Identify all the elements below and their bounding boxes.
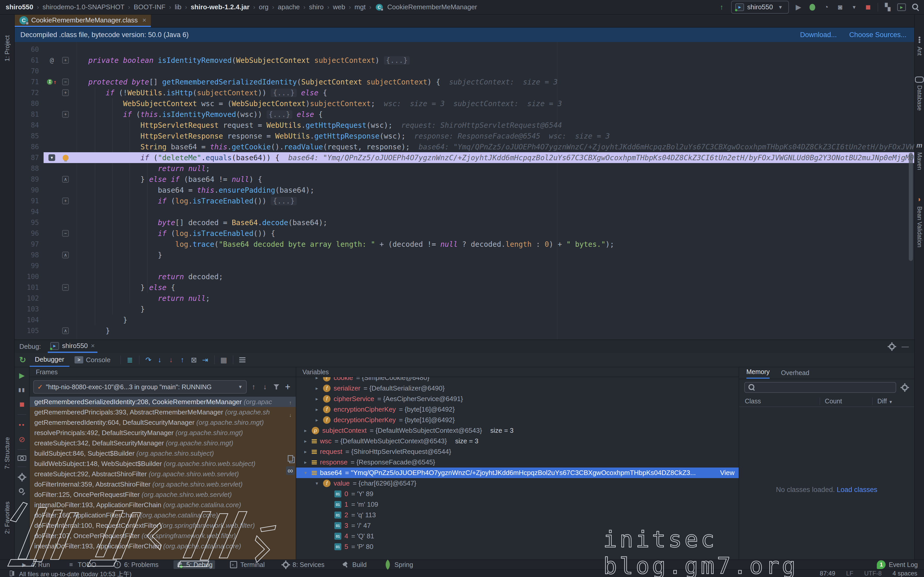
tab-overhead[interactable]: Overhead: [781, 369, 809, 379]
step-out-icon[interactable]: [178, 356, 187, 364]
resume-icon[interactable]: [18, 371, 26, 380]
drop-frame-icon[interactable]: [189, 356, 198, 364]
line-number[interactable]: 94: [15, 208, 44, 216]
code-line[interactable]: 86 String base64 = this.getCookie().read…: [15, 142, 914, 152]
column-class[interactable]: Class: [739, 398, 820, 405]
stack-frame-row[interactable]: buildSubject:846, Subject$Builder (org.a…: [30, 448, 296, 459]
stack-frame-row[interactable]: doFilter:125, OncePerRequestFilter (org.…: [30, 489, 296, 500]
override-arrow-icon[interactable]: ↑: [53, 79, 57, 85]
line-number[interactable]: 70: [15, 67, 44, 75]
code-line[interactable]: 81+ if (this.isIdentityRemoved(wsc)) {..…: [15, 109, 914, 120]
update-project-icon[interactable]: [717, 3, 726, 11]
force-step-icon[interactable]: [167, 356, 176, 364]
column-diff[interactable]: Diff ▼: [872, 398, 914, 405]
indent-setting[interactable]: 4 spaces: [893, 570, 917, 577]
debug-session-tab[interactable]: shiro550 ×: [48, 340, 97, 353]
line-number[interactable]: 61: [15, 56, 44, 64]
stack-frame-row[interactable]: createSubject:292, AbstractShiroFilter (…: [30, 469, 296, 479]
toolwindow-build[interactable]: Build: [339, 560, 369, 569]
copy-stack-icon[interactable]: [286, 454, 295, 463]
code-line[interactable]: 100 return decoded;: [15, 271, 914, 282]
chevron-collapsed-icon[interactable]: ▸: [314, 417, 320, 423]
fold-marker[interactable]: ∧: [62, 327, 69, 334]
download-link[interactable]: Download...: [800, 31, 837, 39]
event-log-button[interactable]: 1 Event Log: [877, 560, 918, 569]
variable-row[interactable]: ▸psubjectContext = {DefaultWebSubjectCon…: [296, 425, 739, 436]
variable-row[interactable]: 011 = 'm' 109: [296, 499, 739, 510]
chevron-expanded-icon[interactable]: ▾: [302, 470, 309, 476]
sidebar-item-database[interactable]: Database: [915, 76, 924, 111]
memory-search-input[interactable]: [744, 382, 896, 393]
line-number[interactable]: 86: [15, 143, 44, 151]
line-number[interactable]: 84: [15, 121, 44, 129]
profiler-icon[interactable]: [822, 3, 831, 11]
variable-row[interactable]: ▸fdecryptionCipherKey = {byte[16]@6492}: [296, 415, 739, 425]
bp-icon[interactable]: [18, 421, 26, 429]
layout-icon[interactable]: [7, 569, 16, 577]
folded-region[interactable]: {...}: [271, 197, 297, 205]
fold-marker[interactable]: ∧: [62, 251, 69, 258]
line-number[interactable]: 72: [15, 89, 44, 97]
line-number[interactable]: 91: [15, 197, 44, 205]
step-into-icon[interactable]: [155, 356, 164, 364]
breadcrumb-item[interactable]: org: [259, 3, 269, 11]
annotation-gutter-icon[interactable]: @: [50, 56, 54, 64]
tab-memory[interactable]: Memory: [746, 368, 770, 379]
breadcrumb-item[interactable]: shiro-web-1.2.4.jar: [191, 3, 250, 11]
rerun-icon[interactable]: [18, 356, 27, 364]
code-line[interactable]: 105∧ }: [15, 326, 914, 336]
variable-row[interactable]: 015 = 'P' 80: [296, 542, 739, 552]
gear-icon[interactable]: [887, 342, 896, 351]
stack-frame-row[interactable]: doFilter:166, ApplicationFilterChain (or…: [30, 510, 296, 521]
code-line[interactable]: 90 base64 = this.ensurePadding(base64);: [15, 185, 914, 195]
code-line[interactable]: 71I↑− protected byte[] getRememberedSeri…: [15, 76, 914, 87]
next-frame-icon[interactable]: [261, 382, 270, 391]
chevron-collapsed-icon[interactable]: ▸: [302, 459, 309, 465]
stack-frame-row[interactable]: doFilter:107, OncePerRequestFilter (org.…: [30, 530, 296, 541]
coverage-icon[interactable]: [836, 3, 845, 11]
breadcrumb-item[interactable]: CookieRememberMeManager: [387, 3, 477, 11]
line-ending[interactable]: LF: [846, 570, 853, 577]
line-number[interactable]: 96: [15, 229, 44, 237]
code-line[interactable]: 103 }: [15, 304, 914, 314]
pause-icon[interactable]: [18, 385, 26, 394]
current-execution-line[interactable]: 87▾ if ("deleteMe".equals(base64)) { bas…: [15, 152, 914, 163]
column-count[interactable]: Count: [820, 398, 872, 405]
breadcrumb-item[interactable]: shirodemo-1.0-SNAPSHOT: [42, 3, 124, 11]
toolwindow-terminal[interactable]: Terminal: [228, 560, 267, 569]
code-line[interactable]: 104 }: [15, 314, 914, 326]
line-number[interactable]: 103: [15, 305, 44, 313]
infinity-icon[interactable]: [286, 466, 295, 475]
chevron-collapsed-icon[interactable]: ▸: [302, 438, 309, 444]
stop-icon[interactable]: [18, 400, 26, 409]
variable-row[interactable]: ▸request = {ShiroHttpServletRequest@6544…: [296, 446, 739, 457]
variable-row[interactable]: 012 = 'q' 113: [296, 510, 739, 521]
code-line[interactable]: 61@+ private boolean isIdentityRemoved(W…: [15, 55, 914, 66]
line-number[interactable]: 97: [15, 240, 44, 248]
sidebar-item-structure[interactable]: 7: Structure: [3, 437, 11, 469]
sidebar-item-maven[interactable]: Maven: [915, 141, 924, 170]
sliders-icon[interactable]: [238, 356, 247, 364]
variable-row[interactable]: 014 = 'Q' 81: [296, 531, 739, 542]
stack-frame-row[interactable]: createSubject:342, DefaultSecurityManage…: [30, 438, 296, 448]
add-icon[interactable]: [283, 382, 292, 391]
line-number[interactable]: 80: [15, 100, 44, 107]
intention-bulb-icon[interactable]: [63, 155, 69, 161]
camera-icon[interactable]: [18, 455, 26, 461]
line-number[interactable]: 60: [15, 45, 44, 53]
code-line[interactable]: 91+ if (log.isTraceEnabled()) {...}: [15, 195, 914, 206]
variable-row[interactable]: ▾fvalue = {char[6296]@6547}: [296, 478, 739, 488]
thread-selector[interactable]: ✓ "http-nio-8080-exec-10"@6...3 in group…: [33, 380, 247, 393]
line-number[interactable]: 85: [15, 132, 44, 140]
variable-row[interactable]: ▸fserializer = {DefaultSerializer@6490}: [296, 383, 739, 393]
line-number[interactable]: 100: [15, 273, 44, 280]
code-line[interactable]: 60: [15, 44, 914, 55]
code-line[interactable]: 94: [15, 206, 914, 217]
folded-region[interactable]: {...}: [267, 110, 292, 119]
breadcrumb-item[interactable]: lib: [175, 3, 181, 11]
line-number[interactable]: 102: [15, 295, 44, 302]
chevron-expanded-icon[interactable]: ▾: [314, 480, 320, 486]
fold-marker[interactable]: ∧: [62, 176, 69, 183]
gear-icon[interactable]: [18, 473, 26, 482]
code-line[interactable]: 95 byte[] decoded = Base64.decode(base64…: [15, 217, 914, 228]
